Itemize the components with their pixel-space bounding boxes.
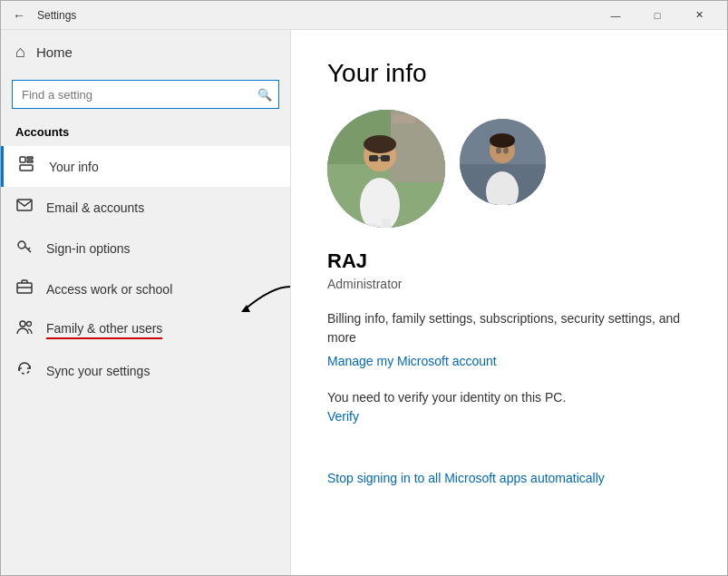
svg-rect-18 — [369, 155, 378, 161]
underline-decoration — [46, 337, 162, 339]
manage-account-link[interactable]: Manage my Microsoft account — [327, 354, 497, 368]
sidebar-item-email-accounts[interactable]: Email & accounts — [1, 187, 290, 228]
home-label: Home — [36, 44, 73, 60]
svg-rect-2 — [27, 161, 33, 162]
sidebar-item-label: Access work or school — [46, 282, 172, 297]
svg-point-5 — [18, 241, 25, 249]
svg-point-27 — [490, 133, 515, 148]
main-content: Your info — [291, 30, 727, 575]
svg-point-8 — [27, 322, 32, 327]
svg-rect-22 — [382, 219, 391, 228]
avatar-secondary — [460, 119, 546, 205]
stop-signing-link[interactable]: Stop signing in to all Microsoft apps au… — [327, 471, 605, 485]
minimize-button[interactable]: — — [595, 1, 636, 30]
sidebar-item-family-users[interactable]: Family & other users — [1, 309, 290, 350]
sidebar-item-home[interactable]: ⌂ Home — [1, 30, 290, 74]
email-icon — [15, 197, 34, 218]
svg-point-29 — [503, 148, 509, 154]
back-button[interactable]: ← — [8, 5, 30, 26]
svg-rect-1 — [27, 157, 33, 159]
svg-point-17 — [364, 135, 396, 153]
titlebar: ← Settings — □ ✕ — [1, 1, 727, 30]
home-icon: ⌂ — [15, 43, 25, 62]
sidebar-item-label: Email & accounts — [46, 200, 144, 215]
avatars-row — [327, 110, 691, 228]
svg-rect-19 — [381, 155, 390, 161]
svg-rect-3 — [20, 165, 33, 171]
settings-window: ← Settings — □ ✕ ⌂ Home 🔍 Accounts — [0, 0, 728, 576]
search-input[interactable] — [12, 80, 279, 109]
svg-point-28 — [496, 148, 501, 154]
person-icon — [18, 156, 36, 177]
arrow-annotation — [227, 278, 291, 323]
window-title: Settings — [37, 9, 595, 22]
window-controls: — □ ✕ — [595, 1, 720, 30]
user-role: Administrator — [327, 277, 691, 291]
briefcase-icon — [15, 278, 34, 299]
close-button[interactable]: ✕ — [678, 1, 720, 30]
group-icon — [15, 319, 34, 340]
svg-rect-13 — [393, 114, 415, 123]
sidebar-item-label: Sign-in options — [46, 241, 131, 256]
avatar-primary — [327, 110, 445, 228]
search-icon: 🔍 — [257, 88, 272, 102]
search-box: 🔍 — [12, 80, 279, 109]
page-title: Your info — [327, 59, 691, 88]
sidebar-item-label: Sync your settings — [46, 364, 150, 378]
svg-rect-21 — [369, 223, 378, 228]
sync-icon — [15, 360, 34, 381]
user-name: RAJ — [327, 249, 691, 273]
sidebar-item-label: Your info — [49, 160, 99, 174]
sidebar: ⌂ Home 🔍 Accounts — [1, 30, 291, 575]
verify-link[interactable]: Verify — [327, 409, 359, 424]
svg-point-7 — [20, 321, 25, 327]
svg-rect-14 — [416, 114, 442, 123]
svg-rect-0 — [20, 157, 25, 162]
verify-section: You need to verify your identity on this… — [327, 390, 691, 438]
sidebar-item-your-info[interactable]: Your info — [1, 146, 290, 187]
sidebar-item-sync-settings[interactable]: Sync your settings — [1, 350, 290, 391]
sidebar-item-sign-in[interactable]: Sign-in options — [1, 228, 290, 268]
content-area: ⌂ Home 🔍 Accounts — [1, 30, 727, 575]
sidebar-item-label: Family & other users — [46, 321, 162, 339]
maximize-button[interactable]: □ — [636, 1, 678, 30]
sidebar-section-title: Accounts — [1, 120, 290, 146]
svg-rect-4 — [17, 200, 32, 210]
billing-info-text: Billing info, family settings, subscript… — [327, 309, 691, 347]
verify-text: You need to verify your identity on this… — [327, 390, 691, 405]
key-icon — [15, 238, 34, 259]
